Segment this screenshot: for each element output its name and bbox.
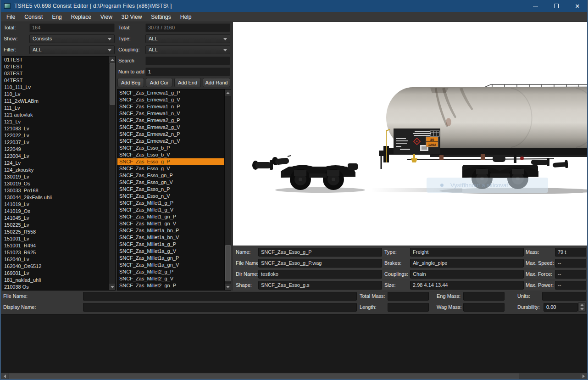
list-item[interactable]: SNCF_Zas_Ermewa2_n_V (117, 138, 224, 145)
menu-item-file[interactable]: File (2, 12, 20, 22)
unit-total-field[interactable]: 3073 / 3160 (145, 23, 230, 32)
list-item[interactable]: 210038 Os (2, 284, 109, 290)
menu-item-replace[interactable]: Replace (67, 12, 96, 22)
scroll-up-button[interactable] (225, 89, 231, 96)
list-item[interactable]: SNCF_Zas_Millet2_g_V (117, 275, 224, 282)
file-name-field[interactable]: SNCF_Zas_Esso_g_P.wag (258, 259, 382, 268)
list-item[interactable]: SNCF_Zas_Ermewa1_g_P (117, 89, 224, 96)
display-name-input[interactable] (83, 303, 357, 312)
list-item[interactable]: 110_Lv (2, 91, 109, 98)
list-item[interactable]: 151001_Lv (2, 235, 109, 242)
list-item[interactable]: 151001_R494 (2, 242, 109, 249)
list-item[interactable]: SNCF_Zas_Millet2_gn_P (117, 282, 224, 289)
list-item[interactable]: SNCF_Zas_Ermewa2_g_P (117, 117, 224, 124)
shape-field[interactable]: SNCF_Zas_Esso_g.s (258, 281, 382, 290)
length-field[interactable] (388, 303, 429, 312)
unit-list-scrollbar[interactable] (224, 89, 231, 290)
list-item[interactable]: SNCF_Zas_Ermewa1_g_V (117, 96, 224, 103)
list-item[interactable]: 04TEST (2, 77, 109, 84)
type-field[interactable]: Freight (410, 248, 524, 257)
consist-total-field[interactable]: 164 (29, 23, 115, 32)
list-item[interactable]: 122049 (2, 146, 109, 153)
list-item[interactable]: 141045_Lv (2, 215, 109, 222)
list-item[interactable]: 110_111_Lv (2, 84, 109, 91)
consist-strip-area[interactable] (1, 314, 587, 373)
list-item[interactable]: 151023_R625 (2, 249, 109, 256)
list-item[interactable]: 169001_Lv (2, 270, 109, 277)
list-item[interactable]: SNCF_Zas_Esso_n_V (117, 193, 224, 200)
mass-field[interactable]: 79 t (555, 248, 586, 257)
list-item[interactable]: 01TEST (2, 56, 109, 63)
list-item[interactable]: 130019_Os (2, 180, 109, 187)
list-item[interactable]: 124_zkousky (2, 167, 109, 173)
scroll-left-button[interactable] (1, 373, 8, 380)
list-item[interactable]: SNCF_Zas_Millet1a_gn_P (117, 255, 224, 262)
scroll-down-button[interactable] (225, 284, 231, 290)
list-item[interactable]: 03TEST (2, 70, 109, 77)
menu-item-help[interactable]: Help (176, 12, 196, 22)
dir-name-field[interactable]: testloko (258, 270, 382, 279)
max-speed-field[interactable]: -- (555, 259, 586, 268)
eng-mass-field[interactable] (463, 292, 505, 301)
minimize-button[interactable] (525, 0, 546, 12)
type-combobox[interactable]: ALL (145, 34, 230, 43)
num-to-add-input[interactable]: 1 (145, 67, 230, 76)
list-item[interactable]: 162040_Os6512 (2, 263, 109, 270)
list-item[interactable]: SNCF_Zas_Ermewa1_n_P (117, 103, 224, 110)
list-item[interactable]: SNCF_Zas_Esso_b_V (117, 151, 224, 158)
consist-file-name-input[interactable] (83, 292, 357, 301)
list-item[interactable]: 121 autovlak (2, 112, 109, 118)
list-item[interactable]: 150225_R558 (2, 229, 109, 235)
list-item-selected[interactable]: SNCF_Zas_Esso_g_P (117, 158, 224, 165)
search-input[interactable] (145, 56, 230, 65)
list-item[interactable]: SNCF_Zas_Millet2_g_P (117, 268, 224, 275)
list-item[interactable]: SNCF_Zas_Esso_b_P (117, 145, 224, 151)
name-field[interactable]: SNCF_Zas_Esso_g_P (258, 248, 382, 257)
maximize-button[interactable] (546, 0, 567, 12)
add-beg-button[interactable]: Add Beg (117, 78, 144, 87)
consist-list-scrollbar[interactable] (109, 56, 115, 290)
list-item[interactable]: 162040_Lv (2, 256, 109, 263)
add-rand-button[interactable]: Add Rand (203, 78, 230, 87)
list-item[interactable]: 130044_29xFalls uhli (2, 194, 109, 201)
list-item[interactable]: 141019_Os (2, 208, 109, 215)
brakes-field[interactable]: Air_single_pipe (410, 259, 524, 268)
list-item[interactable]: SNCF_Zas_Millet1_gn_V (117, 220, 224, 227)
list-item[interactable]: 150225_Lv (2, 222, 109, 229)
max-power-field[interactable]: -- (555, 281, 586, 290)
units-field[interactable] (542, 292, 586, 301)
list-item[interactable]: SNCF_Zas_Millet1a_bn_V (117, 234, 224, 241)
list-item[interactable]: SNCF_Zas_Millet1_g_P (117, 200, 224, 207)
list-item[interactable]: 124_Lv (2, 160, 109, 167)
menu-item-consist[interactable]: Consist (20, 12, 47, 22)
list-item[interactable]: SNCF_Zas_Millet1a_g_P (117, 241, 224, 248)
list-item[interactable]: SNCF_Zas_Millet1a_gn_V (117, 262, 224, 268)
list-item[interactable]: SNCF_Zas_Millet1a_g_V (117, 248, 224, 255)
menu-item-eng[interactable]: Eng (47, 12, 66, 22)
list-item[interactable]: SNCF_Zas_Ermewa2_n_P (117, 131, 224, 138)
scroll-down-button[interactable] (109, 284, 116, 290)
list-item[interactable]: SNCF_Zas_Ermewa2_g_V (117, 124, 224, 131)
size-field[interactable]: 2.98 4.14 13.44 (410, 281, 524, 290)
list-item[interactable]: 121083_Lv (2, 125, 109, 132)
total-mass-field[interactable] (388, 292, 429, 301)
list-item[interactable]: 130033_Pn168 (2, 187, 109, 194)
3d-viewport[interactable]: 30 1202 (233, 22, 588, 246)
scroll-thumb[interactable] (110, 63, 115, 105)
add-end-button[interactable]: Add End (174, 78, 201, 87)
list-item[interactable]: 121_Lv (2, 118, 109, 125)
list-item[interactable]: 111_2xWLABm (2, 98, 109, 105)
couplings-field[interactable]: Chain (410, 270, 524, 279)
close-button[interactable]: ✕ (567, 0, 588, 12)
list-item[interactable]: SNCF_Zas_Millet1_gn_P (117, 213, 224, 220)
scroll-thumb[interactable] (9, 374, 519, 379)
list-item[interactable]: SNCF_Zas_Ermewa1_n_V (117, 110, 224, 117)
durability-spinner[interactable] (578, 302, 586, 312)
coupling-combobox[interactable]: ALL (145, 45, 230, 54)
list-item[interactable]: 123004_Lv (2, 153, 109, 160)
list-item[interactable]: 130019_Lv (2, 173, 109, 180)
menu-item-settings[interactable]: Settings (146, 12, 175, 22)
list-item[interactable]: 141019_Lv (2, 201, 109, 208)
consist-strip-scrollbar[interactable] (1, 373, 587, 379)
list-item[interactable]: SNCF_Zas_Esso_g_V (117, 165, 224, 172)
